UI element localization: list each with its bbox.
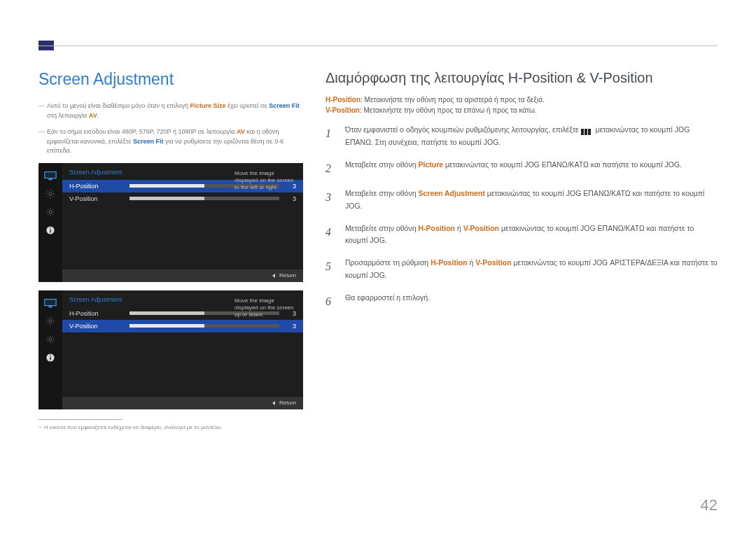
osd-main: Screen Adjustment H-Position 3 V-Positio… [62,290,303,409]
intro-text: : Μετακινήστε την οθόνη προς τα αριστερά… [360,96,545,104]
footnote: Η εικόνα που εμφανίζεται ενδέχεται να δι… [38,424,304,430]
triangle-left-icon [272,274,275,278]
step-text: Προσαρμόστε τη ρύθμιση [345,258,430,267]
step-highlight: V-Position [475,258,511,267]
intro-v: V-Position: Μετακινήστε την οθόνη προς τ… [326,106,718,114]
osd-description: Move the image displayed on the screen u… [234,297,298,318]
osd-slider [130,197,279,200]
info-icon [43,225,57,236]
page-title: Διαμόρφωση της λειτουργίας H-Position & … [326,70,718,86]
osd-row-label: H-Position [69,310,124,317]
step-text: ή [455,224,463,232]
step-text: ή [468,258,476,267]
svg-rect-14 [50,227,50,227]
note-text: στη λειτουργία [47,112,89,119]
svg-rect-29 [50,354,50,355]
note-highlight: Picture Size [190,102,226,109]
left-column: Screen Adjustment Αυτό το μενού είναι δι… [38,70,304,492]
note-highlight: Screen Fit [269,102,300,109]
step-number: 5 [326,257,335,282]
osd-row-label: V-Position [69,195,124,202]
note-highlight: AV [89,112,97,119]
osd-slider [130,324,279,328]
step-body: Θα εφαρμοστεί η επιλογή. [345,292,430,311]
step-text: Μεταβείτε στην οθόνη [345,160,418,169]
osd-sidebar [38,290,62,409]
sun-icon [43,188,57,199]
note-text: έχει οριστεί σε [226,102,270,109]
osd-row-v-position: V-Position 3 [62,192,303,205]
osd-row-v-position: V-Position 3 [62,320,303,332]
svg-rect-1 [48,178,52,180]
svg-line-25 [48,323,48,323]
step-6: 6 Θα εφαρμοστεί η επιλογή. [326,292,718,311]
sun-icon [43,316,57,327]
step-highlight: Screen Adjustment [418,189,484,197]
step-5: 5 Προσαρμόστε τη ρύθμιση H-Position ή V-… [326,257,718,282]
osd-row-label: V-Position [69,323,124,330]
osd-return-label: Return [279,400,296,406]
step-body: Μεταβείτε στην οθόνη Picture μετακινώντα… [345,159,682,178]
osd-row-value: 3 [285,323,296,330]
intro-highlight: V-Position [326,106,360,114]
note-highlight: Screen Fit [133,138,164,145]
step-number: 6 [326,292,335,311]
content-area: Screen Adjustment Αυτό το μενού είναι δι… [38,70,718,492]
osd-row-label: H-Position [69,183,124,190]
svg-rect-15 [45,299,56,305]
step-text: Θα εφαρμοστεί η επιλογή. [345,293,430,302]
section-title: Screen Adjustment [38,70,304,89]
step-text: Όταν εμφανιστεί ο οδηγός κουμπιών ρυθμιζ… [345,125,581,134]
svg-point-17 [49,319,52,322]
footnote-rule [38,419,122,420]
step-highlight: H-Position [430,258,468,267]
step-text: Μεταβείτε στην οθόνη [345,189,418,197]
step-highlight: Picture [418,160,443,169]
osd-row-value: 3 [285,195,296,202]
svg-rect-16 [48,306,52,307]
step-3: 3 Μεταβείτε στην οθόνη Screen Adjustment… [326,188,718,213]
step-body: Όταν εμφανιστεί ο οδηγός κουμπιών ρυθμιζ… [345,124,718,149]
svg-point-26 [49,337,52,340]
svg-point-2 [49,192,52,195]
osd-panel-v: Screen Adjustment H-Position 3 V-Positio… [38,290,303,409]
osd-main: Screen Adjustment H-Position 3 V-Positio… [62,163,303,282]
step-body: Προσαρμόστε τη ρύθμιση H-Position ή V-Po… [345,257,718,282]
svg-line-23 [52,323,53,323]
monitor-icon [43,170,57,181]
triangle-left-icon [272,401,275,405]
osd-sidebar [38,163,62,282]
note-text: Αυτό το μενού είναι διαθέσιμο μόνο όταν … [47,102,190,109]
step-number: 3 [326,188,335,213]
header-rule [38,45,718,46]
note-text: Εάν το σήμα εισόδου είναι 480P, 576P, 72… [47,128,237,135]
intro-h: H-Position: Μετακινήστε την οθόνη προς τ… [326,96,718,104]
page-number: 42 [701,496,718,514]
osd-footer: Return [62,269,303,282]
gear-icon [43,334,57,345]
osd-description: Move the image displayed on the screen t… [234,170,298,191]
step-body: Μεταβείτε στην οθόνη Screen Adjustment μ… [345,188,718,213]
svg-line-10 [48,195,48,196]
osd-footer: Return [62,397,303,409]
gear-icon [43,206,57,218]
svg-rect-13 [50,229,50,232]
svg-rect-0 [45,171,56,178]
svg-line-22 [48,318,48,318]
svg-point-11 [49,210,52,213]
note-2: Εάν το σήμα εισόδου είναι 480P, 576P, 72… [38,127,304,156]
monitor-icon [43,297,57,309]
note-1: Αυτό το μενού είναι διαθέσιμο μόνο όταν … [38,101,304,120]
steps-list: 1 Όταν εμφανιστεί ο οδηγός κουμπιών ρυθμ… [326,124,718,311]
step-1: 1 Όταν εμφανιστεί ο οδηγός κουμπιών ρυθμ… [326,124,718,149]
step-number: 4 [326,223,335,248]
step-text: μετακινώντας το κουμπί JOG ΕΠΑΝΩ/ΚΑΤΩ κα… [443,160,682,169]
svg-line-7 [48,190,48,191]
step-4: 4 Μεταβείτε στην οθόνη H-Position ή V-Po… [326,223,718,248]
step-highlight: H-Position [418,224,455,232]
osd-return-label: Return [279,272,296,279]
info-icon [43,352,57,363]
svg-line-9 [52,190,53,191]
step-body: Μεταβείτε στην οθόνη H-Position ή V-Posi… [345,223,718,248]
menu-bars-icon [581,127,594,134]
